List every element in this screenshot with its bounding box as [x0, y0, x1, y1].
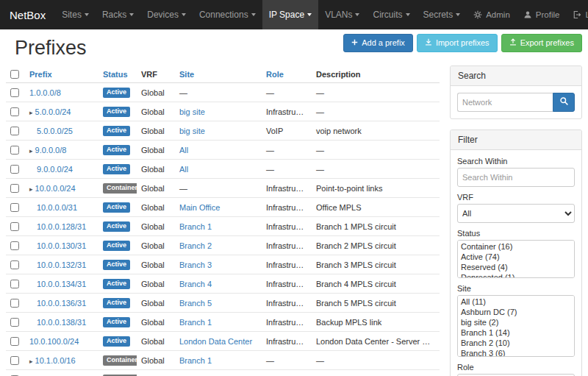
site-cell: All	[175, 160, 262, 179]
nav-item-devices[interactable]: Devices	[140, 0, 193, 29]
row-checkbox[interactable]	[10, 260, 19, 269]
site-link[interactable]: Main Office	[179, 203, 220, 212]
site-filter-select[interactable]: All (11)Ashburn DC (7)big site (2)Branch…	[457, 295, 575, 357]
filter-option[interactable]: All (11)	[459, 297, 573, 307]
prefix-list: Prefix Status VRF Site Role Description …	[6, 65, 440, 376]
prefix-link[interactable]: 10.0.0.134/31	[37, 280, 86, 288]
filter-option[interactable]: Ashburn DC (7)	[459, 307, 573, 317]
search-icon	[559, 96, 569, 108]
site-link[interactable]: London Data Center	[179, 337, 252, 346]
prefix-link[interactable]: 10.0.100.0/24	[29, 337, 79, 346]
column-header-status[interactable]: Status	[103, 70, 128, 79]
site-cell: All	[175, 141, 262, 160]
site-link[interactable]: Branch 1	[179, 356, 212, 365]
chevron-down-icon	[456, 13, 460, 16]
row-checkbox[interactable]	[10, 146, 19, 155]
row-checkbox[interactable]	[10, 241, 19, 250]
filter-option[interactable]: Branch 3 (6)	[459, 348, 573, 357]
site-link[interactable]: Branch 2	[179, 241, 212, 250]
status-filter-select[interactable]: Container (16)Active (74)Reserved (4)Dep…	[457, 240, 575, 278]
prefix-link[interactable]: 10.0.0.0/31	[37, 203, 77, 212]
vrf-select[interactable]: All	[457, 204, 575, 223]
gear-icon	[473, 10, 482, 19]
prefix-link[interactable]: 10.0.0.132/31	[37, 260, 86, 269]
prefix-link[interactable]: 10.0.0.130/31	[37, 241, 86, 250]
site-link[interactable]: All	[179, 165, 188, 174]
row-checkbox[interactable]	[10, 356, 19, 365]
row-checkbox[interactable]	[10, 222, 19, 231]
description-cell: Branch 4 MPLS circuit	[312, 274, 440, 294]
filter-option[interactable]: Container (16)	[459, 241, 573, 252]
vrf-cell: Global	[137, 121, 175, 141]
table-row: ▸9.0.0.0/8ActiveGlobalAll——	[6, 141, 440, 160]
search-input[interactable]	[457, 93, 553, 112]
row-checkbox[interactable]	[10, 280, 19, 288]
site-link[interactable]: big site	[179, 107, 205, 116]
row-checkbox[interactable]	[10, 184, 19, 193]
row-checkbox[interactable]	[10, 318, 19, 327]
row-checkbox[interactable]	[10, 165, 19, 174]
logout-link[interactable]: Log out	[566, 0, 588, 29]
nav-item-vlans[interactable]: VLANs	[318, 0, 366, 29]
prefix-link[interactable]: 10.0.0.128/31	[37, 222, 86, 231]
site-cell: London Data Center	[175, 332, 262, 351]
select-all-checkbox[interactable]	[10, 70, 19, 79]
nav-item-racks[interactable]: Racks	[96, 0, 140, 29]
prefix-link[interactable]: 10.0.0.136/31	[37, 299, 86, 308]
search-button[interactable]	[553, 93, 575, 112]
site-link[interactable]: Branch 4	[179, 280, 212, 288]
prefix-link[interactable]: 5.0.0.0/25	[37, 127, 73, 135]
navbar-brand[interactable]: NetBox	[0, 0, 55, 29]
column-header-role[interactable]: Role	[266, 70, 284, 79]
status-badge: Active	[103, 202, 130, 213]
filter-option[interactable]: Branch 2 (10)	[459, 338, 573, 348]
role-cell: Infrastructure	[262, 179, 312, 198]
prefix-link[interactable]: 10.0.0.0/24	[35, 184, 76, 193]
column-header-prefix[interactable]: Prefix	[29, 70, 52, 79]
chevron-down-icon	[355, 13, 359, 16]
site-cell: big site	[175, 121, 262, 141]
site-label: Site	[457, 284, 575, 293]
filter-option[interactable]: Active (74)	[459, 252, 573, 262]
site-cell: —	[175, 179, 262, 198]
prefix-link[interactable]: 9.0.0.0/24	[37, 165, 73, 174]
row-checkbox[interactable]	[10, 299, 19, 308]
site-link[interactable]: All	[179, 146, 188, 155]
nav-item-sites[interactable]: Sites	[55, 0, 96, 29]
prefix-link[interactable]: 5.0.0.0/24	[35, 107, 71, 116]
filter-option[interactable]: big site (2)	[459, 317, 573, 327]
admin-link[interactable]: Admin	[467, 0, 517, 29]
row-checkbox[interactable]	[10, 88, 19, 97]
filter-option[interactable]: Reserved (4)	[459, 262, 573, 272]
vrf-cell: Global	[137, 351, 175, 370]
row-checkbox[interactable]	[10, 107, 19, 116]
row-checkbox[interactable]	[10, 203, 19, 212]
role-cell: —	[262, 141, 312, 160]
expand-caret-icon: ▸	[29, 358, 33, 365]
row-checkbox[interactable]	[10, 337, 19, 346]
site-link[interactable]: Branch 3	[179, 260, 212, 269]
export-prefixes-button[interactable]: Export prefixes	[501, 34, 582, 52]
nav-item-connections[interactable]: Connections	[193, 0, 262, 29]
profile-link[interactable]: Profile	[517, 0, 567, 29]
nav-item-ip-space[interactable]: IP Space	[262, 0, 318, 29]
prefix-link[interactable]: 10.1.0.0/16	[35, 356, 76, 365]
site-link[interactable]: Branch 1	[179, 222, 212, 231]
add-prefix-button[interactable]: Add a prefix	[343, 34, 413, 52]
import-prefixes-button[interactable]: Import prefixes	[417, 34, 498, 52]
filter-option[interactable]: Deprecated (1)	[459, 272, 573, 278]
search-within-input[interactable]	[457, 168, 575, 187]
nav-item-secrets[interactable]: Secrets	[417, 0, 467, 29]
prefix-link[interactable]: 1.0.0.0/8	[29, 88, 61, 97]
site-link[interactable]: Branch 5	[179, 299, 212, 308]
column-header-site[interactable]: Site	[179, 70, 194, 79]
prefix-link[interactable]: 9.0.0.0/8	[35, 146, 67, 155]
filter-option[interactable]: Branch 1 (14)	[459, 327, 573, 338]
prefix-link[interactable]: 10.0.0.138/31	[37, 318, 86, 327]
site-link[interactable]: Branch 1	[179, 318, 212, 327]
site-link[interactable]: big site	[179, 127, 205, 135]
nav-item-circuits[interactable]: Circuits	[366, 0, 416, 29]
row-checkbox[interactable]	[10, 127, 19, 135]
table-row: 10.0.0.138/31ActiveGlobalBranch 1Infrast…	[6, 313, 440, 332]
chevron-down-icon	[85, 13, 89, 16]
